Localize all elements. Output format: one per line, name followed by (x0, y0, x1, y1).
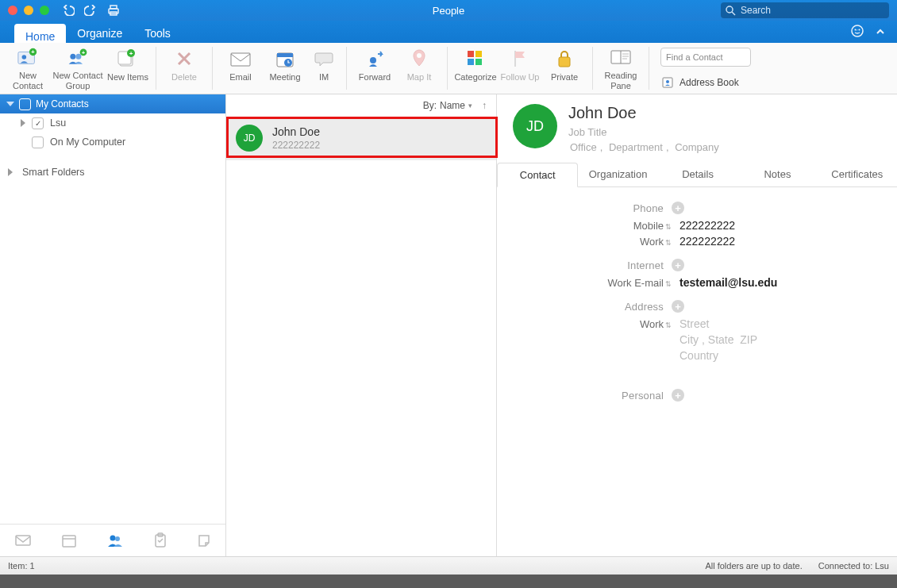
tab-notes[interactable]: Notes (737, 163, 817, 186)
private-label: Private (551, 72, 578, 90)
sidebar-my-contacts-header[interactable]: My Contacts (0, 94, 225, 113)
tab-details[interactable]: Details (658, 163, 737, 186)
phone-mobile-value[interactable]: 222222222 (679, 219, 735, 232)
toolbar-separator (156, 47, 156, 90)
svg-rect-42 (63, 536, 75, 547)
add-address-button[interactable]: + (672, 300, 684, 313)
sidebar-item-lsu[interactable]: ✓ Lsu (0, 113, 225, 133)
sort-control[interactable]: By: Name ▾ ↑ (226, 94, 496, 117)
sort-field: Name (440, 100, 465, 111)
section-phone-label: Phone (513, 202, 664, 214)
on-my-computer-checkbox[interactable] (32, 136, 44, 148)
svg-text:+: + (31, 49, 35, 56)
sidebar-smart-folders[interactable]: Smart Folders (0, 163, 225, 182)
nav-mail-icon[interactable] (14, 533, 32, 548)
svg-point-27 (417, 53, 422, 58)
private-button[interactable]: Private (543, 48, 586, 90)
address-book-button[interactable]: Address Book (660, 76, 751, 89)
new-contact-label: New Contact (6, 71, 49, 90)
feedback-icon[interactable] (851, 25, 865, 39)
nav-calendar-icon[interactable] (61, 532, 77, 548)
nav-tasks-icon[interactable] (153, 532, 167, 548)
add-phone-button[interactable]: + (672, 202, 684, 214)
contact-detail-pane: JD John Doe Job Title Office, Department… (497, 94, 897, 556)
my-contacts-checkbox[interactable] (19, 98, 31, 110)
svg-line-4 (732, 12, 735, 15)
delete-button[interactable]: Delete (163, 48, 206, 90)
tab-organize[interactable]: Organize (66, 21, 133, 43)
sort-prefix: By: (423, 100, 437, 111)
department-field[interactable]: Department (607, 141, 664, 153)
toolbar-separator (212, 47, 213, 90)
tab-certificates[interactable]: Certificates (818, 163, 897, 186)
street-field[interactable]: Street (679, 317, 709, 330)
categorize-button[interactable]: Categorize (454, 48, 497, 90)
minimize-window-button[interactable] (24, 6, 33, 15)
nav-people-icon[interactable] (106, 532, 124, 548)
new-contact-group-button[interactable]: + New Contact Group (51, 46, 105, 90)
company-field[interactable]: Company (673, 141, 721, 153)
add-internet-button[interactable]: + (672, 259, 684, 271)
phone-work-label[interactable]: Work⇅ (513, 236, 679, 248)
follow-up-button[interactable]: Follow Up (499, 48, 541, 90)
section-phone: Phone + (513, 202, 881, 214)
reading-pane-icon (610, 48, 632, 66)
chevron-right-icon (8, 168, 13, 176)
map-it-button[interactable]: Map It (398, 48, 441, 90)
redo-icon[interactable] (84, 5, 97, 16)
work-address-label[interactable]: Work⇅ (513, 318, 679, 330)
work-email-value[interactable]: testemail@lsu.edu (679, 276, 777, 289)
work-email-label[interactable]: Work E-mail⇅ (513, 277, 679, 289)
print-icon[interactable] (106, 4, 121, 17)
city-field[interactable]: City , State ZIP (679, 333, 757, 346)
tab-organization[interactable]: Organization (578, 163, 657, 186)
tab-tools[interactable]: Tools (133, 21, 182, 43)
svg-rect-30 (468, 59, 474, 65)
country-field[interactable]: Country (679, 349, 718, 362)
phone-mobile-label[interactable]: Mobile⇅ (513, 220, 679, 232)
meeting-icon (275, 49, 295, 68)
new-contact-group-label: New Contact Group (51, 71, 105, 90)
sidebar-smart-folders-label: Smart Folders (22, 167, 85, 178)
reading-pane-button[interactable]: Reading Pane (599, 46, 642, 90)
zoom-window-button[interactable] (40, 6, 49, 15)
find-contact-input[interactable]: Find a Contact (660, 48, 751, 67)
detail-name[interactable]: John Doe (568, 104, 881, 122)
map-it-label: Map It (407, 72, 432, 90)
svg-rect-1 (110, 6, 117, 9)
meeting-button[interactable]: Meeting (264, 48, 306, 90)
tab-contact[interactable]: Contact (497, 163, 578, 187)
new-contact-group-icon: + (67, 47, 89, 67)
sync-status: All folders are up to date. (705, 561, 802, 571)
detail-avatar: JD (513, 104, 557, 148)
svg-rect-31 (475, 59, 482, 65)
sort-ascending-icon[interactable]: ↑ (482, 100, 487, 111)
search-input[interactable] (739, 4, 884, 17)
svg-point-3 (726, 6, 733, 13)
add-personal-button[interactable]: + (672, 389, 684, 402)
im-button[interactable]: IM (308, 48, 340, 90)
job-title-field[interactable]: Job Title (568, 126, 881, 138)
categorize-label: Categorize (454, 72, 496, 90)
close-window-button[interactable] (8, 6, 17, 15)
new-items-icon: + (117, 48, 139, 69)
contact-row[interactable]: JD John Doe 222222222 (226, 117, 496, 160)
item-count: Item: 1 (8, 561, 35, 571)
new-contact-button[interactable]: + New Contact (6, 46, 49, 90)
undo-icon[interactable] (62, 5, 75, 16)
sidebar-item-on-my-computer[interactable]: On My Computer (0, 133, 225, 152)
lsu-checkbox[interactable]: ✓ (32, 117, 44, 129)
phone-work-value[interactable]: 222222222 (679, 235, 735, 248)
search-box[interactable] (721, 2, 889, 18)
city-state-zip-row: City , State ZIP (513, 333, 881, 346)
flag-icon (511, 48, 529, 69)
chevron-right-icon (21, 119, 25, 127)
search-icon (726, 6, 736, 16)
collapse-ribbon-icon[interactable] (875, 26, 886, 37)
office-field[interactable]: Office (568, 141, 599, 153)
svg-text:+: + (82, 50, 85, 56)
new-items-button[interactable]: + New Items (106, 48, 149, 90)
forward-button[interactable]: Forward (353, 48, 396, 90)
nav-notes-icon[interactable] (197, 533, 211, 548)
email-button[interactable]: Email (219, 48, 262, 90)
